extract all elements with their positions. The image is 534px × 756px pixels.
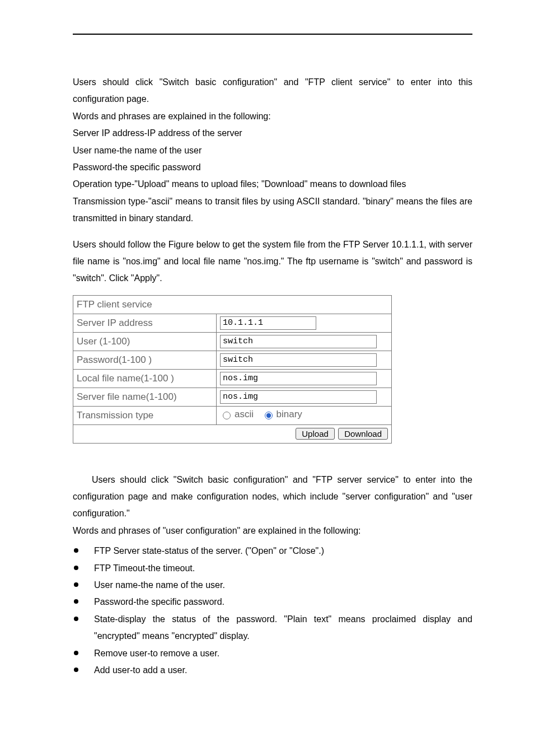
local-file-input[interactable] bbox=[220, 372, 377, 385]
ftp-form-table: FTP client service Server IP address Use… bbox=[73, 295, 392, 444]
bullet-2: FTP Timeout-the timeout. bbox=[73, 560, 472, 577]
bullet-6: Remove user-to remove a user. bbox=[73, 645, 472, 662]
para-3: Server IP address-IP address of the serv… bbox=[73, 125, 472, 142]
bullet-4: Password-the specific password. bbox=[73, 594, 472, 610]
after-p2: Words and phrases of "user configuration… bbox=[73, 522, 472, 539]
document-page: Users should click "Switch basic configu… bbox=[0, 0, 534, 724]
cell-transmission: ascii binary bbox=[217, 406, 392, 424]
form-title: FTP client service bbox=[73, 295, 392, 314]
label-server-file: Server file name(1-100) bbox=[73, 388, 217, 406]
server-file-input[interactable] bbox=[220, 390, 377, 404]
download-button[interactable]: Download bbox=[338, 428, 388, 440]
radio-binary-label: binary bbox=[277, 409, 302, 420]
password-input[interactable] bbox=[220, 353, 377, 367]
cell-local-file bbox=[217, 369, 392, 388]
label-transmission: Transmission type bbox=[73, 406, 217, 424]
radio-binary-wrap[interactable]: binary bbox=[262, 409, 302, 420]
cell-server-ip bbox=[217, 314, 392, 332]
button-row: Upload Download bbox=[73, 424, 392, 443]
header-rule bbox=[73, 34, 472, 35]
label-server-ip: Server IP address bbox=[73, 314, 217, 332]
server-ip-input[interactable] bbox=[220, 316, 316, 330]
bullet-7: Add user-to add a user. bbox=[73, 662, 472, 679]
cell-password bbox=[217, 351, 392, 369]
label-user: User (1-100) bbox=[73, 332, 217, 351]
para-1: Users should click "Switch basic configu… bbox=[73, 74, 472, 108]
bullet-1: FTP Server state-status of the server. (… bbox=[73, 543, 472, 559]
para-8: Users should follow the Figure below to … bbox=[73, 236, 472, 287]
cell-server-file bbox=[217, 388, 392, 406]
spacer bbox=[73, 449, 472, 472]
label-password: Password(1-100 ) bbox=[73, 351, 217, 369]
after-p1: Users should click "Switch basic configu… bbox=[73, 472, 472, 522]
radio-ascii-label: ascii bbox=[235, 409, 254, 420]
para-7: Transmission type-"ascii" means to trans… bbox=[73, 193, 472, 227]
bullet-3: User name-the name of the user. bbox=[73, 577, 472, 594]
radio-ascii-wrap[interactable]: ascii bbox=[220, 409, 254, 420]
para-6: Operation type-"Upload" means to upload … bbox=[73, 176, 472, 193]
user-input[interactable] bbox=[220, 335, 377, 348]
para-5: Password-the specific password bbox=[73, 159, 472, 176]
upload-button[interactable]: Upload bbox=[296, 428, 335, 440]
para-4: User name-the name of the user bbox=[73, 142, 472, 159]
para-2: Words and phrases are explained in the f… bbox=[73, 108, 472, 125]
cell-user bbox=[217, 332, 392, 351]
bullet-5: State-display the status of the password… bbox=[73, 611, 472, 645]
label-local-file: Local file name(1-100 ) bbox=[73, 369, 217, 388]
bullet-list: FTP Server state-status of the server. (… bbox=[73, 543, 472, 679]
radio-binary[interactable] bbox=[265, 412, 273, 419]
radio-ascii[interactable] bbox=[223, 412, 231, 419]
